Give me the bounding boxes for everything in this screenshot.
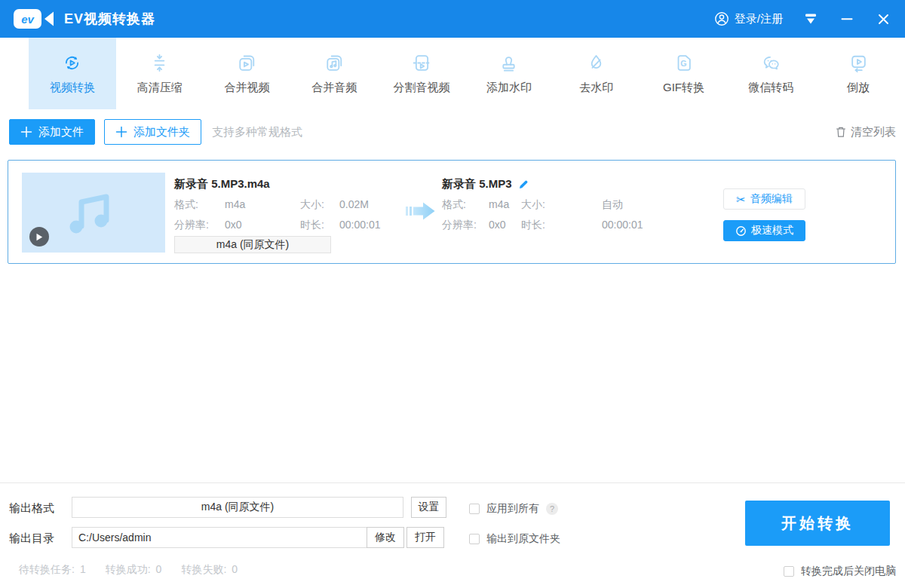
plus-icon <box>115 126 127 138</box>
source-file-title: 新录音 5.MP3.m4a <box>174 177 270 191</box>
target-resolution-label: 分辨率: <box>442 219 477 232</box>
output-to-source-row: 输出到原文件夹 <box>469 532 560 546</box>
gif-convert-icon: G <box>673 53 694 73</box>
success-count: 0 <box>156 563 162 577</box>
status-bar: 待转换任务: 1 转换成功: 0 转换失败: 0 <box>19 563 238 577</box>
shutdown-after-convert-checkbox[interactable] <box>784 566 794 577</box>
hd-compress-icon <box>149 53 170 73</box>
open-dir-button[interactable]: 打开 <box>406 527 444 548</box>
rename-pencil-icon[interactable] <box>518 179 529 190</box>
add-file-label: 添加文件 <box>38 125 84 139</box>
tab-merge-video[interactable]: 合并视频 <box>204 38 291 109</box>
failed-label: 转换失败: <box>181 563 226 577</box>
action-bar: 添加文件 添加文件夹 支持多种常规格式 清空列表 <box>0 109 905 155</box>
close-button[interactable] <box>875 11 891 27</box>
tab-split-av[interactable]: 分割音视频 <box>378 38 465 109</box>
target-size-value: 自动 <box>602 198 623 212</box>
scissors-icon: ✂ <box>736 194 746 205</box>
video-convert-icon <box>62 53 82 73</box>
add-file-button[interactable]: 添加文件 <box>9 119 95 145</box>
titlebar: ev EV视频转换器 登录/注册 <box>0 0 905 38</box>
tab-label: 倒放 <box>847 81 870 95</box>
tab-add-watermark[interactable]: 添加水印 <box>465 38 553 109</box>
tab-reverse-play[interactable]: 倒放 <box>814 38 902 109</box>
supported-formats-hint: 支持多种常规格式 <box>212 125 302 139</box>
feature-tabs: 视频转换 高清压缩 合并视频 <box>0 38 905 109</box>
audio-edit-button[interactable]: ✂ 音频编辑 <box>723 188 805 210</box>
source-size-value: 0.02M <box>339 198 369 210</box>
tab-wechat-transcode[interactable]: 微信转码 <box>727 38 814 109</box>
output-format-input[interactable] <box>72 497 403 518</box>
source-resolution-value: 0x0 <box>225 219 242 231</box>
tab-hd-compress[interactable]: 高清压缩 <box>116 38 204 109</box>
trash-icon <box>836 126 846 138</box>
target-resolution-value: 0x0 <box>489 219 506 231</box>
app-title: EV视频转换器 <box>64 10 155 28</box>
apply-to-all-row: 应用到所有 ? <box>469 502 558 516</box>
tab-label: 分割音视频 <box>394 81 450 95</box>
modify-dir-button[interactable]: 修改 <box>367 527 404 548</box>
login-register-button[interactable]: 登录/注册 <box>714 11 783 26</box>
speedometer-icon <box>735 225 747 237</box>
help-icon[interactable]: ? <box>546 503 558 515</box>
tab-label: 视频转换 <box>50 81 95 95</box>
minimize-button[interactable] <box>839 11 855 27</box>
modify-label: 修改 <box>375 531 396 544</box>
svg-text:G: G <box>680 58 686 67</box>
source-resolution-label: 分辨率: <box>174 219 209 232</box>
pending-tasks-label: 待转换任务: <box>19 563 75 577</box>
source-duration-label: 时长: <box>300 219 324 232</box>
preview-play-button[interactable] <box>29 227 49 247</box>
tab-gif-convert[interactable]: G GIF转换 <box>640 38 728 109</box>
output-to-source-checkbox[interactable] <box>469 534 480 544</box>
logo-camera-icon <box>43 11 54 27</box>
target-file-title: 新录音 5.MP3 <box>442 177 512 191</box>
tab-label: 微信转码 <box>748 81 793 95</box>
split-av-icon <box>412 53 432 73</box>
source-format-label: 格式: <box>174 198 198 212</box>
output-to-source-label: 输出到原文件夹 <box>486 532 560 546</box>
source-duration-value: 00:00:01 <box>339 219 381 231</box>
source-size-label: 大小: <box>300 198 324 212</box>
target-format-value: m4a <box>489 198 509 210</box>
reverse-play-icon <box>848 53 869 73</box>
source-format-value: m4a <box>225 198 245 210</box>
fast-mode-button[interactable]: 极速模式 <box>723 220 805 241</box>
source-output-format-box[interactable]: m4a (同原文件) <box>174 236 331 253</box>
file-list-item[interactable]: 新录音 5.MP3.m4a 格式: m4a 大小: 0.02M 分辨率: 0x0… <box>8 160 896 264</box>
success-label: 转换成功: <box>106 563 151 577</box>
target-size-label: 大小: <box>521 198 545 212</box>
output-format-label: 输出格式 <box>9 501 54 516</box>
output-dir-input[interactable] <box>72 527 367 548</box>
logo-ev-icon: ev <box>14 9 41 29</box>
clear-list-button[interactable]: 清空列表 <box>836 125 896 139</box>
tab-video-convert[interactable]: 视频转换 <box>29 38 116 109</box>
target-duration-label: 时长: <box>521 219 545 232</box>
wechat-transcode-icon <box>761 53 781 73</box>
tab-label: 去水印 <box>579 81 613 95</box>
failed-count: 0 <box>232 563 238 577</box>
music-note-icon <box>60 187 127 238</box>
add-watermark-icon <box>499 53 519 73</box>
fast-mode-label: 极速模式 <box>751 224 793 237</box>
shutdown-after-convert-row: 转换完成后关闭电脑 <box>784 565 896 578</box>
tab-label: 添加水印 <box>486 81 532 95</box>
open-label: 打开 <box>415 531 436 544</box>
start-convert-button[interactable]: 开始转换 <box>745 501 890 546</box>
skin-dropdown-icon[interactable] <box>802 11 819 27</box>
tab-merge-audio[interactable]: 合并音频 <box>290 38 378 109</box>
settings-button[interactable]: 设置 <box>411 497 446 518</box>
clear-list-label: 清空列表 <box>851 125 896 139</box>
tab-remove-watermark[interactable]: 去水印 <box>553 38 640 109</box>
apply-to-all-checkbox[interactable] <box>469 504 480 514</box>
user-icon <box>714 11 729 26</box>
login-register-label: 登录/注册 <box>735 12 783 26</box>
tab-label: 合并音频 <box>311 81 357 95</box>
shutdown-after-convert-label: 转换完成后关闭电脑 <box>801 565 896 578</box>
pending-tasks-count: 1 <box>80 563 86 577</box>
settings-label: 设置 <box>419 501 440 514</box>
apply-to-all-label: 应用到所有 <box>486 502 539 516</box>
app-logo: ev <box>14 9 54 29</box>
target-duration-value: 00:00:01 <box>602 219 643 231</box>
add-folder-button[interactable]: 添加文件夹 <box>104 119 201 145</box>
